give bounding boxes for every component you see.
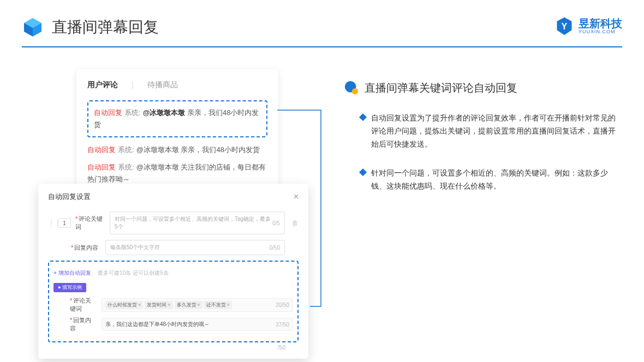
keyword-input[interactable]: 对同一个问题，可设置多个相近、高频的关键词，Tag确定，最多5个0/5	[110, 212, 285, 234]
page-title: 直播间弹幕回复	[52, 17, 159, 38]
add-auto-reply-link[interactable]: + 增加自动回复	[53, 269, 91, 277]
delete-icon[interactable]: 🗑	[292, 219, 299, 227]
chat-bubble-icon	[344, 80, 359, 95]
auto-reply-settings-modal: 自动回复设置 × ⋮⋮ 1 *评论关键词 对同一个问题，可设置多个相近、高频的关…	[38, 184, 308, 359]
example-section: + 增加自动回复 最多可建10条 还可以创建9条 ● 填写示例 *评论关键词 什…	[48, 261, 299, 342]
modal-title: 自动回复设置	[48, 192, 91, 202]
section-title: 直播间弹幕关键词评论自动回复	[365, 81, 517, 95]
cube-icon	[22, 16, 44, 38]
example-content-input[interactable]: 亲，我们这边都是下单48小时内发货的哦～ 37/50	[102, 318, 293, 331]
svg-point-5	[352, 88, 358, 94]
comment-item: 自动回复系统:@冰墩墩本墩 关注我们的店铺，每日都有热门推荐呦～	[87, 161, 267, 185]
keyword-tag[interactable]: 多久发货×	[175, 301, 202, 309]
bullet-point: 自动回复设置为了提升作者的评论回复效率，作者可在开播前针对常见的评论用户问题，提…	[344, 112, 622, 150]
content-input[interactable]: 每条限50个中文字符0/50	[105, 240, 285, 255]
drag-handle-icon[interactable]: ⋮⋮	[48, 219, 53, 227]
highlighted-comment: 自动回复系统:@冰墩墩本墩 亲亲，我们48小时内发货	[87, 100, 267, 137]
diamond-icon	[359, 168, 367, 176]
auto-reply-tag: 自动回复	[94, 108, 122, 117]
comment-item: 自动回复系统:@冰墩墩本墩 亲亲，我们48小时内发货	[87, 144, 267, 156]
comments-panel: 用户评论 | 待播商品 自动回复系统:@冰墩墩本墩 亲亲，我们48小时内发货 自…	[76, 69, 278, 196]
example-badge: ● 填写示例	[53, 283, 86, 292]
keyword-tag[interactable]: 还不发货×	[204, 301, 232, 309]
brand-logo: Y 昱新科技 YUUXIN.COM	[554, 16, 622, 36]
keyword-tag[interactable]: 发货时间×	[145, 301, 172, 309]
keyword-tag[interactable]: 什么时候发货×	[105, 301, 143, 309]
close-icon[interactable]: ×	[294, 192, 299, 202]
diamond-icon	[359, 113, 367, 121]
tab-pending-products[interactable]: 待播商品	[147, 80, 178, 92]
svg-text:Y: Y	[562, 21, 568, 31]
example-keyword-input[interactable]: 什么时候发货×发货时间×多久发货×还不发货× 20/50	[102, 298, 293, 312]
tab-user-comments[interactable]: 用户评论	[87, 80, 118, 92]
bullet-point: 针对同一个问题，可设置多个相近的、高频的关键词。例如：这款多少钱、这块能优惠吗、…	[344, 167, 622, 193]
row-number: 1	[58, 218, 71, 228]
logo-icon: Y	[554, 16, 574, 36]
